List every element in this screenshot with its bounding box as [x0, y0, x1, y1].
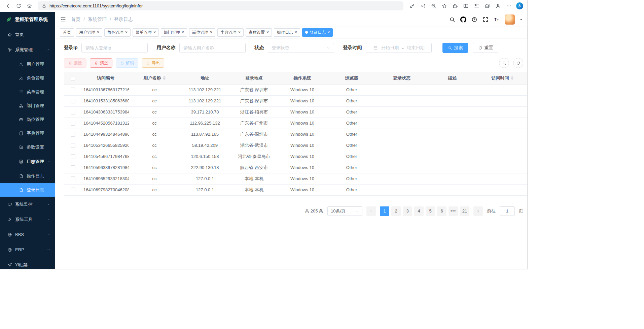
unlock-button[interactable]: 解锁 [116, 58, 138, 68]
row-checkbox[interactable] [71, 176, 75, 181]
sidebar-item[interactable]: ERP [0, 242, 55, 257]
breadcrumb-item[interactable]: 首页/ [71, 17, 88, 23]
help-icon[interactable] [471, 17, 477, 23]
page-button[interactable]: ••• [449, 206, 458, 216]
page-button[interactable]: 3 [403, 206, 412, 216]
tab[interactable]: 首页 [60, 28, 74, 37]
row-checkbox[interactable] [71, 110, 75, 114]
toggle-search-button[interactable] [499, 58, 509, 68]
sort-icon[interactable] [163, 76, 166, 80]
sidebar-item[interactable]: 系统工具 [0, 212, 55, 227]
reset-button[interactable]: 重置 [473, 43, 498, 53]
tab[interactable]: 角色管理 [104, 28, 131, 37]
sidebar-item[interactable]: 菜单管理 [0, 85, 55, 99]
column-header[interactable]: 用户名称 [129, 72, 180, 84]
close-icon[interactable] [97, 30, 99, 34]
sidebar-item[interactable]: 系统监控 [0, 197, 55, 212]
page-button[interactable]: 4 [414, 206, 424, 216]
column-header[interactable]: 描述 [427, 72, 477, 84]
sidebar-item[interactable]: 首页 [0, 27, 55, 42]
read-aloud-icon[interactable] [418, 1, 428, 11]
close-icon[interactable] [125, 30, 128, 34]
github-icon[interactable] [460, 17, 466, 23]
browser-profile-icon[interactable] [493, 1, 503, 11]
column-header[interactable]: 浏览器 [327, 72, 377, 84]
favorites-star-icon[interactable] [439, 1, 449, 11]
close-icon[interactable] [182, 30, 184, 34]
page-button[interactable]: 5 [426, 206, 435, 216]
refresh-table-button[interactable] [513, 58, 523, 68]
sidebar-item[interactable]: 参数设置 [0, 140, 55, 154]
fullscreen-icon[interactable] [482, 17, 489, 23]
login-ip-input[interactable] [81, 43, 148, 53]
username-input[interactable] [179, 43, 246, 53]
tab[interactable]: 菜单管理 [133, 28, 159, 37]
column-header[interactable]: 地址 [180, 72, 230, 84]
column-header[interactable]: 访问编号 [82, 72, 129, 84]
tab[interactable]: 用户管理 [76, 28, 102, 37]
search-button[interactable]: 搜索 [442, 43, 468, 53]
page-button[interactable]: 6 [437, 206, 446, 216]
close-icon[interactable] [153, 30, 156, 34]
home-button[interactable] [24, 1, 34, 11]
date-range-picker[interactable]: 开始日期 - 结束日期 [366, 43, 432, 53]
sidebar-item[interactable]: 登录日志 [0, 183, 55, 197]
sidebar-item[interactable]: 操作日志 [0, 169, 55, 183]
sidebar-item[interactable]: BBS [0, 227, 55, 242]
favorites-bar-icon[interactable] [471, 1, 481, 11]
column-header[interactable]: 访问时间 [477, 72, 527, 84]
row-checkbox[interactable] [71, 99, 75, 103]
row-checkbox[interactable] [71, 121, 75, 126]
page-button[interactable]: 2 [391, 206, 401, 216]
tab[interactable]: 操作日志 [274, 28, 300, 37]
row-checkbox[interactable] [71, 165, 75, 170]
refresh-button[interactable] [13, 1, 24, 11]
tab[interactable]: 字典管理 [217, 28, 244, 37]
close-icon[interactable] [327, 30, 330, 34]
font-size-icon[interactable] [494, 17, 500, 23]
collections-icon[interactable] [482, 1, 492, 11]
column-header[interactable]: 登录状态 [377, 72, 427, 84]
breadcrumb-item[interactable]: 系统管理/ [88, 17, 114, 23]
sort-icon[interactable] [511, 76, 513, 80]
browser-menu-icon[interactable] [504, 1, 514, 11]
avatar-dropdown-icon[interactable] [520, 19, 523, 22]
copilot-icon[interactable]: b [514, 1, 525, 11]
sidebar-item[interactable]: 角色管理 [0, 71, 55, 85]
tab[interactable]: 岗位管理 [189, 28, 215, 37]
sidebar-item[interactable]: 部门管理 [0, 99, 55, 112]
next-page-button[interactable] [473, 206, 483, 216]
search-icon[interactable] [449, 17, 455, 23]
zoom-icon[interactable] [428, 1, 438, 11]
close-icon[interactable] [266, 30, 269, 34]
close-icon[interactable] [238, 30, 241, 34]
sidebar-item[interactable]: 字典管理 [0, 126, 55, 140]
breadcrumb-item[interactable]: 登录日志/ [114, 17, 133, 23]
page-size-select[interactable]: 10条/页 [327, 206, 362, 216]
column-header[interactable]: 登录地点 [230, 72, 278, 84]
password-key-icon[interactable] [407, 1, 417, 11]
sidebar-item[interactable]: 日志管理 [0, 154, 55, 169]
export-button[interactable]: 导出 [142, 58, 164, 68]
sidebar-item[interactable]: 用户管理 [0, 57, 55, 71]
prev-page-button[interactable] [366, 206, 376, 216]
split-screen-icon[interactable] [461, 1, 471, 11]
tab[interactable]: 参数设置 [246, 28, 272, 37]
row-checkbox[interactable] [71, 154, 75, 159]
clear-button[interactable]: 清空 [90, 58, 112, 68]
tab[interactable]: 登录日志 [302, 28, 333, 37]
address-bar[interactable]: https://ccnetcore.com:1101/system/log/lo… [38, 1, 403, 10]
user-avatar[interactable] [505, 14, 515, 25]
page-button[interactable]: 21 [460, 206, 469, 216]
sidebar-item[interactable]: Yi框架 [0, 257, 55, 269]
row-checkbox[interactable] [71, 143, 75, 148]
row-checkbox[interactable] [71, 132, 75, 137]
close-icon[interactable] [295, 30, 297, 34]
sidebar-item[interactable]: 系统管理 [0, 42, 55, 57]
page-button[interactable]: 1 [380, 206, 389, 216]
column-header[interactable]: 操作系统 [278, 72, 327, 84]
delete-button[interactable]: 删除 [64, 58, 86, 68]
sidebar-item[interactable]: 岗位管理 [0, 112, 55, 126]
tab[interactable]: 部门管理 [161, 28, 187, 37]
row-checkbox[interactable] [71, 88, 75, 92]
